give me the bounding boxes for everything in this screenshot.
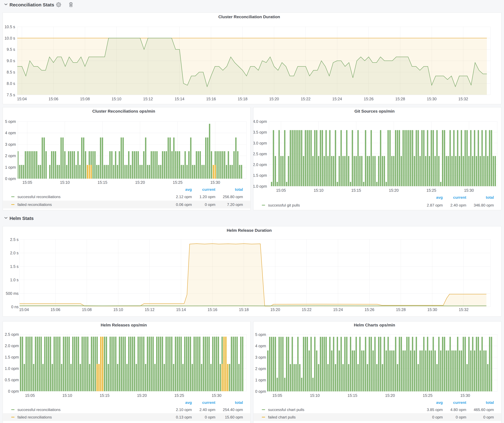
svg-text:3.5 opm: 3.5 opm — [253, 130, 267, 135]
svg-text:500 ms: 500 ms — [6, 291, 18, 296]
svg-text:1 opm: 1 opm — [5, 165, 16, 170]
svg-text:15:32: 15:32 — [458, 97, 468, 101]
svg-text:15:20: 15:20 — [269, 97, 279, 101]
svg-text:15:10: 15:10 — [310, 393, 320, 398]
svg-text:7.5 s: 7.5 s — [7, 93, 15, 97]
svg-text:7.20 opm: 7.20 opm — [227, 202, 243, 207]
svg-text:15:25: 15:25 — [173, 180, 183, 185]
svg-text:15:24: 15:24 — [332, 97, 342, 101]
svg-text:15:06: 15:06 — [50, 307, 60, 312]
svg-text:0 opm: 0 opm — [205, 202, 215, 207]
svg-text:346.80 opm: 346.80 opm — [474, 203, 494, 207]
svg-text:successful git pulls: successful git pulls — [268, 203, 300, 207]
svg-text:0 opm: 0 opm — [456, 415, 466, 419]
svg-text:current: current — [202, 187, 215, 192]
svg-text:0 opm: 0 opm — [432, 415, 443, 419]
svg-text:2.12 opm: 2.12 opm — [176, 195, 192, 199]
svg-text:4.80 opm: 4.80 opm — [450, 408, 466, 412]
svg-text:Git Sources ops/min: Git Sources ops/min — [354, 109, 395, 113]
svg-text:avg: avg — [436, 195, 443, 200]
svg-text:15:30: 15:30 — [460, 393, 470, 398]
svg-text:15:25: 15:25 — [174, 393, 184, 398]
svg-text:failed reconciliations: failed reconciliations — [18, 415, 52, 419]
svg-text:15:16: 15:16 — [208, 307, 217, 312]
svg-text:4 opm: 4 opm — [255, 344, 266, 348]
svg-text:1.0 s: 1.0 s — [10, 278, 18, 282]
svg-text:15:20: 15:20 — [270, 307, 280, 312]
svg-text:15:20: 15:20 — [137, 393, 147, 398]
svg-text:avg: avg — [185, 187, 192, 192]
svg-text:avg: avg — [185, 400, 192, 405]
svg-text:5 opm: 5 opm — [5, 119, 16, 124]
svg-text:successful chart pulls: successful chart pulls — [268, 408, 304, 412]
svg-text:successful reconciliations: successful reconciliations — [18, 408, 60, 412]
svg-text:15:26: 15:26 — [364, 97, 373, 101]
svg-text:Helm Releases ops/min: Helm Releases ops/min — [101, 323, 147, 327]
svg-text:15:30: 15:30 — [212, 393, 222, 398]
svg-text:4 opm: 4 opm — [5, 131, 16, 135]
svg-text:15:30: 15:30 — [427, 307, 437, 312]
svg-text:15:10: 15:10 — [113, 307, 123, 312]
svg-text:0.13 opm: 0.13 opm — [176, 415, 192, 419]
svg-text:failed reconciliations: failed reconciliations — [18, 202, 52, 207]
svg-text:15:18: 15:18 — [239, 307, 249, 312]
svg-text:Helm Release Duration: Helm Release Duration — [227, 228, 272, 233]
svg-text:0 opm: 0 opm — [255, 389, 266, 394]
svg-text:15:10: 15:10 — [314, 188, 324, 193]
svg-text:4.0 opm: 4.0 opm — [253, 119, 267, 124]
svg-text:2 opm: 2 opm — [255, 366, 266, 371]
svg-text:2.5 s: 2.5 s — [10, 237, 18, 242]
svg-text:3.85 opm: 3.85 opm — [427, 408, 443, 412]
svg-text:15:28: 15:28 — [395, 97, 405, 101]
svg-text:total: total — [486, 400, 494, 405]
svg-text:1.5 opm: 1.5 opm — [5, 355, 19, 359]
svg-text:15:15: 15:15 — [97, 180, 107, 185]
svg-text:3.0 opm: 3.0 opm — [253, 141, 267, 145]
svg-text:15:30: 15:30 — [210, 180, 220, 185]
svg-text:1.5 s: 1.5 s — [10, 264, 18, 269]
svg-text:15:16: 15:16 — [206, 97, 216, 101]
svg-text:15:05: 15:05 — [272, 393, 282, 398]
svg-text:15:15: 15:15 — [348, 393, 357, 398]
svg-text:10.5 s: 10.5 s — [5, 25, 15, 29]
svg-text:0 opm: 0 opm — [483, 415, 494, 419]
svg-text:current: current — [202, 400, 215, 405]
svg-text:current: current — [453, 400, 466, 405]
svg-text:2.10 opm: 2.10 opm — [176, 408, 192, 412]
svg-text:254.40 opm: 254.40 opm — [223, 408, 243, 412]
svg-text:15:04: 15:04 — [17, 97, 27, 101]
svg-text:15:24: 15:24 — [333, 307, 343, 312]
svg-text:avg: avg — [436, 400, 443, 405]
svg-text:1.0 opm: 1.0 opm — [253, 184, 267, 188]
svg-text:9.5 s: 9.5 s — [7, 47, 15, 52]
svg-text:15:22: 15:22 — [301, 97, 311, 101]
svg-text:15:08: 15:08 — [80, 97, 90, 101]
svg-text:0.06 opm: 0.06 opm — [176, 202, 192, 207]
svg-text:15:20: 15:20 — [135, 180, 145, 185]
svg-text:0 ns: 0 ns — [11, 305, 18, 309]
svg-text:15:20: 15:20 — [385, 393, 395, 398]
svg-text:9.0 s: 9.0 s — [7, 59, 15, 63]
svg-text:1.0 opm: 1.0 opm — [5, 366, 19, 371]
svg-text:1.5 opm: 1.5 opm — [253, 173, 267, 177]
svg-text:15:14: 15:14 — [176, 307, 186, 312]
svg-text:15:15: 15:15 — [100, 393, 109, 398]
svg-text:15:18: 15:18 — [238, 97, 247, 101]
svg-text:total: total — [235, 400, 243, 405]
svg-text:2.0 s: 2.0 s — [10, 251, 18, 255]
svg-text:0 opm: 0 opm — [5, 176, 16, 181]
svg-text:successful reconciliations: successful reconciliations — [18, 195, 60, 199]
svg-text:15:10: 15:10 — [112, 97, 121, 101]
svg-text:15:08: 15:08 — [82, 307, 92, 312]
svg-text:15:14: 15:14 — [175, 97, 185, 101]
svg-text:15:26: 15:26 — [365, 307, 374, 312]
svg-text:current: current — [453, 195, 466, 200]
svg-text:Helm Charts ops/min: Helm Charts ops/min — [354, 323, 395, 327]
svg-text:15:25: 15:25 — [423, 393, 433, 398]
svg-text:15:05: 15:05 — [23, 180, 32, 185]
svg-text:0 opm: 0 opm — [205, 415, 215, 419]
svg-text:256.80 opm: 256.80 opm — [223, 195, 243, 199]
svg-text:Cluster Reconciliations ops/mi: Cluster Reconciliations ops/min — [92, 109, 155, 113]
svg-text:15:05: 15:05 — [25, 393, 35, 398]
svg-text:8.5 s: 8.5 s — [7, 70, 15, 74]
